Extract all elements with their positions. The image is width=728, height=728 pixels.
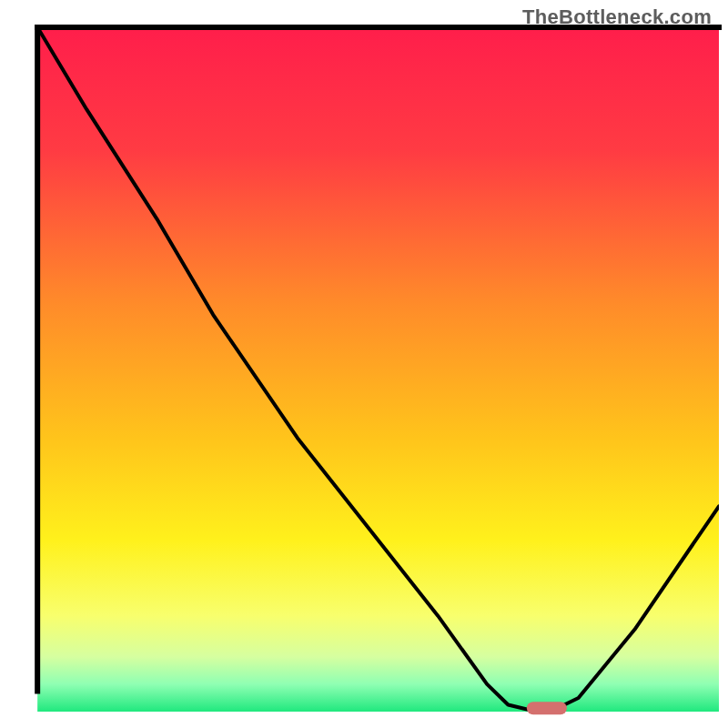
gradient-background bbox=[37, 27, 719, 712]
watermark-text: TheBottleneck.com bbox=[522, 5, 712, 29]
marker-pill bbox=[527, 702, 567, 714]
bottleneck-chart bbox=[0, 0, 728, 728]
chart-container: TheBottleneck.com bbox=[0, 0, 728, 728]
